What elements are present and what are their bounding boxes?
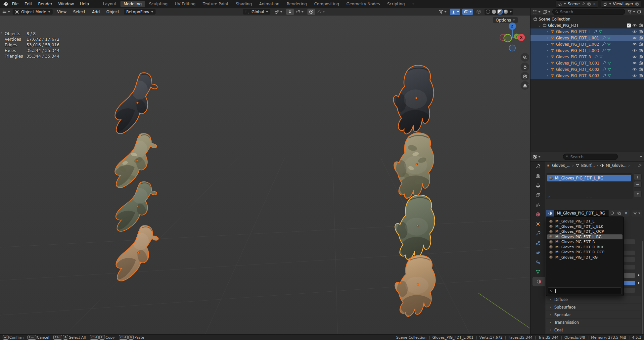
breadcrumb-item[interactable]: BSurf... › — [575, 163, 598, 168]
object-visibility-filter[interactable] — [437, 9, 448, 15]
glove-object[interactable] — [116, 225, 159, 281]
expand-icon[interactable]: › — [546, 67, 549, 72]
new-viewlayer-icon[interactable] — [635, 2, 639, 6]
shading-rendered-button[interactable] — [504, 10, 508, 14]
material-dropdown-item[interactable]: MI_Gloves_PIG_FDT_L_BLK — [547, 224, 622, 229]
snap-toggle[interactable] — [286, 9, 294, 15]
remove-slot-button[interactable]: − — [634, 181, 642, 188]
properties-scrollbar[interactable] — [642, 241, 643, 340]
gizmo-axis-neg-z[interactable] — [509, 45, 516, 51]
snap-target-selector[interactable] — [294, 9, 305, 15]
unlink-material-button[interactable]: × — [622, 210, 629, 217]
new-material-button[interactable] — [616, 210, 622, 217]
workspace-tab[interactable]: Shading — [232, 1, 255, 7]
viewport-menu[interactable]: View — [55, 9, 69, 15]
outliner-row-collection[interactable]: ⌄ Gloves_PIG_FDT ✓ — [530, 22, 644, 28]
modifier-wrench-icon[interactable] — [602, 49, 606, 53]
mesh-data-icon[interactable] — [607, 49, 611, 53]
hide-eye-icon[interactable] — [632, 23, 637, 28]
outliner-row-object[interactable]: › Gloves_PIG_FDT_R — [530, 54, 644, 60]
workspace-tab[interactable]: Sculpting — [146, 1, 171, 7]
modifier-wrench-icon[interactable] — [594, 55, 598, 59]
expand-icon[interactable]: › — [546, 55, 549, 59]
glove-object[interactable] — [394, 133, 434, 199]
perspective-toggle-button[interactable] — [521, 81, 529, 90]
mesh-data-icon[interactable] — [599, 55, 603, 59]
workspace-tab[interactable]: Scripting — [384, 1, 408, 7]
hide-eye-icon[interactable] — [632, 61, 637, 66]
properties-tab[interactable] — [530, 162, 545, 171]
disable-render-camera-icon[interactable] — [638, 35, 643, 40]
collapse-icon[interactable]: ⌄ — [538, 23, 541, 27]
section-header[interactable]: › Coat — [546, 326, 641, 333]
hide-eye-icon[interactable] — [632, 29, 637, 34]
outliner-row-object[interactable]: › Gloves_PIG_FDT_L.001 — [530, 35, 644, 41]
zoom-button[interactable] — [521, 53, 529, 62]
properties-tab[interactable] — [530, 181, 545, 190]
expand-icon[interactable]: › — [546, 48, 549, 53]
editor-type-button[interactable] — [2, 9, 10, 14]
material-name-field[interactable]: MI_Gloves_PIG_FDT_L_RG — [554, 210, 609, 217]
properties-search[interactable] — [563, 154, 618, 160]
pin-id-icon[interactable] — [638, 163, 643, 168]
xray-toggle[interactable] — [475, 9, 483, 15]
expand-icon[interactable]: › — [546, 29, 549, 34]
collection-checkbox[interactable]: ✓ — [627, 24, 631, 27]
mode-selector[interactable]: Object Mode — [13, 9, 53, 15]
property-value-stub[interactable] — [624, 251, 635, 255]
hide-eye-icon[interactable] — [632, 42, 637, 47]
workspace-tab[interactable]: Modeling — [120, 1, 145, 7]
outliner-display-mode[interactable] — [532, 9, 540, 14]
browse-material-button[interactable] — [546, 210, 554, 217]
section-header[interactable]: › Subsurface — [546, 304, 641, 311]
scene-selector[interactable]: Scene × — [556, 0, 598, 8]
expand-icon[interactable]: › — [546, 61, 549, 65]
mesh-data-icon[interactable] — [607, 68, 611, 72]
properties-tab[interactable] — [530, 200, 545, 210]
gizmo-axis-neg-y[interactable] — [504, 34, 512, 42]
glove-object[interactable] — [395, 255, 436, 317]
outliner-row-object[interactable]: › Gloves_PIG_FDT_R.001 — [530, 60, 644, 66]
topbar-menu[interactable]: Render — [35, 1, 55, 7]
fake-user-button[interactable] — [609, 210, 616, 217]
transform-orientation-selector[interactable]: Global — [243, 9, 270, 15]
glove-object[interactable] — [115, 73, 158, 134]
section-header[interactable]: › Transmission — [546, 319, 641, 326]
material-dropdown-item[interactable]: MI_Gloves_PIG_FDT_R_OCP — [547, 250, 622, 255]
material-slot-list[interactable]: MI_Gloves_PIG_FDT_L_RG ▸ ····· — [546, 173, 632, 199]
topbar-menu[interactable]: Help — [77, 1, 91, 7]
modifier-wrench-icon[interactable] — [602, 36, 606, 40]
shading-wireframe-button[interactable] — [486, 10, 490, 14]
property-value-stub[interactable] — [624, 239, 635, 244]
section-header[interactable]: › Diffuse — [546, 296, 641, 303]
dropdown-search[interactable] — [548, 287, 622, 294]
glove-object[interactable] — [395, 195, 435, 260]
breadcrumb-item[interactable]: Gloves_... › — [546, 163, 574, 168]
show-gizmo-toggle[interactable] — [450, 9, 460, 15]
properties-editor-type[interactable] — [532, 154, 540, 159]
material-slot-active[interactable]: MI_Gloves_PIG_FDT_L_RG — [547, 175, 631, 181]
glove-object[interactable] — [115, 182, 157, 231]
workspace-tab[interactable]: Rendering — [283, 1, 310, 7]
section-header[interactable]: › Specular — [546, 311, 641, 318]
viewport-menu[interactable]: Add — [90, 9, 102, 15]
add-slot-button[interactable]: + — [634, 173, 642, 180]
material-dropdown-item[interactable]: MI_Gloves_PIG_FDT_L_RG — [547, 234, 622, 240]
navigation-gizmo[interactable]: Y Z X — [496, 22, 529, 58]
workspace-tab[interactable]: Compositing — [311, 1, 342, 7]
properties-search-input[interactable] — [570, 155, 615, 159]
hide-eye-icon[interactable] — [632, 35, 637, 40]
pivot-point-selector[interactable] — [273, 9, 284, 15]
material-dropdown-item[interactable]: MI_Gloves_PIG_FDT_R — [547, 239, 622, 245]
properties-tab[interactable] — [530, 219, 545, 229]
outliner-row-object[interactable]: › Gloves_PIG_FDT_L.003 — [530, 47, 644, 54]
properties-tab[interactable] — [530, 171, 545, 181]
proportional-editing-toggle[interactable] — [307, 9, 315, 15]
topbar-menu[interactable]: Window — [56, 1, 76, 7]
mesh-data-icon[interactable] — [607, 61, 611, 65]
mesh-data-icon[interactable] — [607, 74, 611, 78]
modifier-wrench-icon[interactable] — [602, 61, 606, 65]
outliner-row-object[interactable]: › Gloves_PIG_FDT_R.002 — [530, 66, 644, 73]
new-scene-icon[interactable] — [587, 2, 591, 6]
show-overlays-toggle[interactable] — [462, 9, 473, 15]
